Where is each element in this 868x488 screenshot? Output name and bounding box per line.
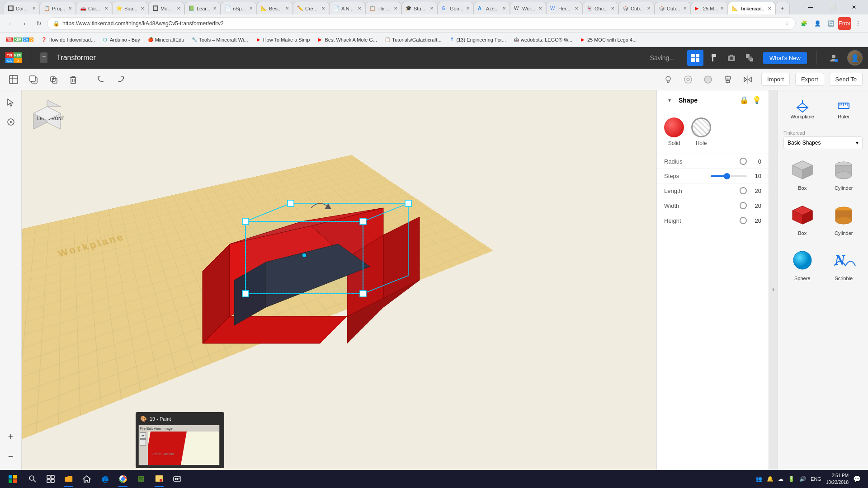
copy-button[interactable]	[25, 71, 42, 88]
mirror-button[interactable]	[740, 71, 756, 88]
lock-icon[interactable]: 🔒	[740, 96, 749, 104]
tab-an[interactable]: 📄 A N... ✕	[329, 2, 365, 14]
tab-tinkercad[interactable]: 📐 Tinkercad... ✕	[728, 2, 775, 14]
forward-button[interactable]: ›	[18, 17, 31, 30]
shape-item-scribble[interactable]: N Scribble	[825, 243, 863, 285]
tab-cortana[interactable]: 🔲 Cor... ✕	[4, 2, 40, 14]
tab-goo[interactable]: G Goo... ✕	[438, 2, 474, 14]
tab-nsp[interactable]: 📄 nSp... ✕	[221, 2, 257, 14]
delete-button[interactable]	[65, 71, 81, 88]
import-button[interactable]: Import	[761, 73, 790, 86]
shape-item-box-red[interactable]: Box	[783, 198, 821, 239]
bookmark-minecraftedu[interactable]: 🍎 MinecraftEdu	[145, 36, 187, 44]
tab-mo[interactable]: 🔲 Mo... ✕	[148, 2, 184, 14]
tab-cre[interactable]: ✏️ Cre... ✕	[293, 2, 329, 14]
tab-25m[interactable]: ▶ 25 M... ✕	[691, 2, 728, 14]
taskbar-game[interactable]	[168, 470, 186, 488]
bookmark-engineering[interactable]: f (13) Engineering For...	[446, 36, 509, 44]
new-shape-button[interactable]	[5, 71, 22, 88]
task-view-button[interactable]	[42, 470, 60, 488]
taskbar-chrome[interactable]	[114, 470, 132, 488]
library-category-selector[interactable]: Basic Shapes ▾	[783, 136, 863, 149]
minimize-button[interactable]: —	[800, 0, 821, 14]
settings-icon[interactable]: Error	[838, 17, 851, 30]
maximize-button[interactable]: ⬜	[822, 0, 843, 14]
user-profile-button[interactable]: +	[826, 50, 842, 66]
onedrive-icon[interactable]: ☁	[776, 476, 785, 482]
shape-item-sphere-blue[interactable]: Sphere	[783, 243, 821, 285]
tab-cub2[interactable]: 🎲 Cub... ✕	[655, 2, 691, 14]
tab-car[interactable]: 🚗 Car... ✕	[76, 2, 112, 14]
shape-fill-button[interactable]	[700, 71, 716, 88]
close-button[interactable]: ✕	[844, 0, 864, 14]
menu-icon[interactable]: ⋮	[852, 17, 864, 30]
tab-thir[interactable]: 📋 Thir... ✕	[365, 2, 401, 14]
tab-cub1[interactable]: 🎲 Cub... ✕	[618, 2, 655, 14]
taskbar-minecraft[interactable]	[132, 470, 150, 488]
combine-button[interactable]	[741, 50, 758, 66]
shape-outline-button[interactable]	[680, 71, 696, 88]
taskbar-edge[interactable]	[96, 470, 114, 488]
tab-best[interactable]: 📐 Bes... ✕	[257, 2, 293, 14]
solid-shape-button[interactable]: Solid	[664, 117, 684, 146]
bookmark-best-whack[interactable]: ▶ Best Whack A Mole G...	[314, 36, 380, 44]
align-button[interactable]	[720, 71, 736, 88]
export-button[interactable]: Export	[795, 73, 824, 86]
select-button[interactable]	[3, 94, 19, 110]
tab-sup[interactable]: ⭐ Sup... ✕	[112, 2, 148, 14]
radius-input-circle[interactable]	[740, 158, 747, 165]
steps-slider[interactable]	[711, 175, 747, 177]
tinkercad-logo[interactable]: TIN KER CA D	[5, 52, 22, 63]
bookmark-how-download[interactable]: ❓ How do I download...	[38, 36, 98, 44]
notification-center-icon[interactable]: 💬	[851, 475, 863, 483]
bookmark-arduino[interactable]: ⬡ Arduino - Buy	[99, 36, 143, 44]
tab-new[interactable]: ＋	[775, 2, 790, 14]
tab-stu[interactable]: 🎓 Stu... ✕	[401, 2, 438, 14]
viewport-3d[interactable]: Workplane	[22, 90, 656, 488]
bookmark-star-icon[interactable]: ☆	[785, 20, 790, 27]
props-collapse-button[interactable]: ▾	[664, 97, 675, 103]
lightbulb-button[interactable]	[660, 71, 676, 88]
address-bar[interactable]: 🔒 https://www.tinkercad.com/things/kA48A…	[47, 17, 796, 30]
ruler-panel-button[interactable]: Ruler	[825, 94, 863, 123]
length-input-circle[interactable]	[740, 187, 747, 194]
tab-ghc[interactable]: 👻 Ghc... ✕	[582, 2, 618, 14]
taskbar-file-explorer[interactable]	[60, 470, 78, 488]
start-button[interactable]	[2, 470, 24, 488]
duplicate-button[interactable]	[45, 71, 61, 88]
grid-view-button[interactable]	[687, 50, 703, 66]
info-icon[interactable]: 💡	[752, 96, 761, 104]
zoom-out-button[interactable]: −	[3, 448, 19, 465]
undo-button[interactable]	[93, 71, 109, 88]
hammer-view-button[interactable]	[705, 50, 722, 66]
tab-wor[interactable]: W Wor... ✕	[510, 2, 546, 14]
bookmark-tutorials[interactable]: 📋 Tutorials/Galacticraft...	[382, 36, 444, 44]
volume-icon[interactable]: 🔊	[797, 476, 808, 482]
bookmark-wedobots[interactable]: 🤖 wedobots: LEGO® W...	[510, 36, 575, 44]
tab-proj[interactable]: 📋 Proj... ✕	[40, 2, 76, 14]
user-avatar-area[interactable]: 👤	[847, 50, 863, 66]
shape-item-box-gray[interactable]: Box	[783, 153, 821, 194]
width-input-circle[interactable]	[740, 202, 747, 209]
orientation-cube[interactable]: LEFT FRONT	[29, 98, 65, 135]
shape-item-cylinder-gray[interactable]: Cylinder	[825, 153, 863, 194]
search-button[interactable]	[24, 470, 42, 488]
hole-shape-button[interactable]: Hole	[691, 117, 711, 146]
back-button[interactable]: ‹	[4, 17, 16, 30]
sync-icon[interactable]: 🔄	[825, 17, 837, 30]
workplane-panel-button[interactable]: Workplane	[783, 94, 821, 123]
send-to-button[interactable]: Send To	[830, 73, 863, 86]
notification-icon[interactable]: 🔔	[765, 476, 775, 482]
height-input-circle[interactable]	[740, 217, 747, 224]
bookmark-how-make-simp[interactable]: ▶ How To Make a Simp	[253, 36, 313, 44]
redo-button[interactable]	[113, 71, 129, 88]
profile-icon[interactable]: 👤	[811, 17, 824, 30]
tab-aze[interactable]: A Aze... ✕	[474, 2, 510, 14]
taskbar-home[interactable]	[78, 470, 96, 488]
zoom-in-button[interactable]: +	[3, 428, 19, 445]
battery-icon[interactable]: 🔋	[786, 476, 797, 482]
taskbar-paint[interactable]	[150, 470, 168, 488]
shape-item-cylinder-orange[interactable]: Cylinder	[825, 198, 863, 239]
snap-button[interactable]	[3, 114, 19, 130]
bookmark-tools-minecraft[interactable]: 🔧 Tools – Minecraft Wi...	[189, 36, 250, 44]
